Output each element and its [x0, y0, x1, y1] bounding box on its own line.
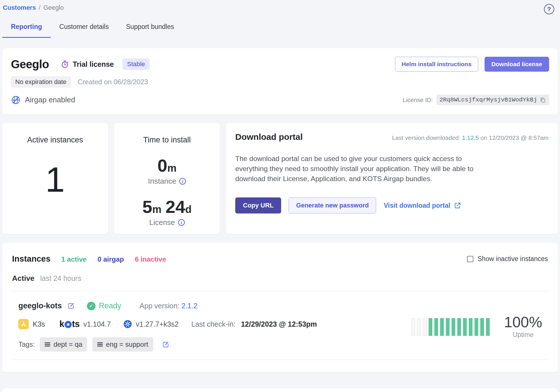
- tag-pill: dept = qa: [40, 337, 87, 352]
- download-license-button[interactable]: Download license: [485, 57, 549, 72]
- tab-reporting[interactable]: Reporting: [2, 23, 51, 38]
- active-count[interactable]: 1 active: [61, 255, 87, 263]
- license-months-unit: m: [152, 203, 162, 215]
- stats-row: Active instances 1 Time to install 0m In…: [2, 123, 558, 234]
- app-version: App version: 2.1.2: [140, 302, 198, 310]
- edit-instance-name-icon[interactable]: [67, 302, 75, 310]
- uptime-bar: [475, 318, 478, 336]
- last-checkin-value: 12/29/2023 @ 12:53pm: [241, 320, 317, 328]
- kubernetes-icon: [123, 320, 132, 328]
- instances-card: Instances 1 active 0 airgap 6 inactive S…: [2, 243, 558, 372]
- license-id-value: 2Rq8WLcsjfxqrMysjvB1WodYkBj: [440, 97, 537, 103]
- active-instances-card: Active instances 1: [2, 123, 108, 234]
- tab-bar: Reporting Customer details Support bundl…: [2, 23, 558, 38]
- visit-download-portal-link[interactable]: Visit download portal: [384, 202, 461, 209]
- tags-label: Tags:: [18, 340, 35, 348]
- license-install-label-row: License i: [114, 218, 220, 227]
- license-install-time: 5m24d: [114, 197, 220, 217]
- active-instances-value: 1: [2, 162, 108, 197]
- last-version-prefix: Last version downloaded:: [392, 134, 462, 141]
- instance-install-label-row: Instance i: [114, 177, 220, 186]
- download-portal-card: Download portal Last version downloaded:…: [226, 123, 558, 234]
- trial-timer-icon: [61, 60, 69, 68]
- page: Customers / Geeglo ? Reporting Customer …: [0, 0, 560, 392]
- uptime-bar: [463, 318, 467, 336]
- topbar: Customers / Geeglo ?: [2, 4, 558, 14]
- inactive-count[interactable]: 6 inactive: [135, 255, 166, 263]
- license-info-icon[interactable]: i: [178, 219, 185, 226]
- tab-customer-details[interactable]: Customer details: [51, 23, 118, 38]
- license-type-label: Trial license: [73, 60, 114, 68]
- instance-install-label: Instance: [148, 177, 176, 186]
- license-type: Trial license: [61, 60, 114, 68]
- kots-logo-k: k: [59, 319, 64, 329]
- help-icon[interactable]: ?: [544, 4, 554, 14]
- last-version-downloaded: Last version downloaded: 1.12.5 on 12/20…: [392, 134, 549, 141]
- license-id-pill: 2Rq8WLcsjfxqrMysjvB1WodYkBj: [436, 95, 549, 105]
- distribution-label: K3s: [33, 320, 45, 328]
- active-instances-title: Active instances: [2, 136, 108, 144]
- instance-row: geeglo-kots ✓ Ready App version: 2.1.2: [12, 295, 548, 352]
- instance-info-icon[interactable]: i: [179, 178, 186, 185]
- kots-logo-ts: ts: [72, 319, 80, 329]
- helm-install-instructions-button[interactable]: Helm install instructions: [395, 57, 478, 72]
- k3s-icon: [18, 319, 29, 329]
- created-date: Created on 06/28/2023: [78, 78, 148, 86]
- license-days-unit: d: [185, 203, 192, 215]
- uptime-chart: [411, 317, 490, 336]
- show-inactive-toggle[interactable]: Show inactive instances: [467, 255, 548, 263]
- license-install-label: License: [149, 218, 175, 227]
- app-version-link[interactable]: 2.1.2: [182, 302, 198, 310]
- uptime-bar: [446, 318, 450, 336]
- uptime-percentage: 100%: [504, 314, 542, 330]
- divider: [12, 291, 548, 291]
- app-version-label: App version:: [140, 302, 182, 310]
- license-id-group: License ID: 2Rq8WLcsjfxqrMysjvB1WodYkBj: [403, 95, 549, 105]
- uptime-bar: [452, 318, 455, 336]
- uptime-label: Uptime: [504, 331, 542, 339]
- instances-title: Instances: [12, 254, 50, 264]
- tag-pill: eng = support: [92, 337, 153, 352]
- breadcrumb-customers-link[interactable]: Customers: [3, 4, 36, 11]
- breadcrumb-separator: /: [39, 4, 40, 11]
- uptime-bar: [423, 318, 427, 336]
- tag-icon: [45, 342, 50, 347]
- instance-install-unit: m: [167, 162, 176, 174]
- download-portal-title: Download portal: [235, 132, 303, 142]
- time-to-install-title: Time to install: [114, 136, 220, 144]
- last-version-link[interactable]: 1.12.5: [462, 134, 479, 141]
- last-checkin: Last check-in: 12/29/2023 @ 12:53pm: [191, 320, 317, 328]
- next-card-top-edge: [2, 388, 558, 392]
- uptime-bar: [434, 318, 438, 336]
- ready-check-icon: ✓: [87, 302, 96, 310]
- breadcrumb: Customers / Geeglo: [3, 4, 64, 11]
- license-months-number: 5: [142, 197, 152, 217]
- channel-badge: Stable: [122, 58, 149, 70]
- show-inactive-checkbox[interactable]: [467, 256, 473, 262]
- uptime-bar: [469, 318, 472, 336]
- uptime-bar: [440, 318, 444, 336]
- airgap-label: Airgap enabled: [25, 95, 75, 104]
- tag-label: eng = support: [106, 340, 148, 348]
- generate-new-password-button[interactable]: Generate new password: [289, 197, 376, 213]
- uptime-bar: [417, 318, 421, 336]
- license-days-number: 24: [166, 197, 185, 217]
- edit-tags-icon[interactable]: [162, 341, 170, 348]
- copy-license-id-icon[interactable]: [540, 97, 546, 103]
- instance-install-time: 0m: [114, 155, 220, 176]
- tab-support-bundles[interactable]: Support bundles: [117, 23, 183, 38]
- instance-status: ✓ Ready: [87, 301, 121, 310]
- breadcrumb-current: Geeglo: [43, 4, 64, 11]
- kots-version: v1.104.7: [83, 320, 111, 328]
- tag-label: dept = qa: [53, 340, 82, 348]
- show-inactive-label: Show inactive instances: [478, 255, 548, 263]
- copy-url-button[interactable]: Copy URL: [235, 197, 281, 213]
- expiration-badge: No expiration date: [11, 76, 71, 88]
- uptime-bar: [429, 318, 432, 336]
- airgap-status: Airgap enabled: [11, 95, 75, 105]
- airgap-count[interactable]: 0 airgap: [98, 255, 124, 263]
- ready-label: Ready: [99, 301, 121, 310]
- active-section-sublabel: last 24 hours: [40, 274, 81, 283]
- instance-name: geeglo-kots: [18, 301, 62, 310]
- customer-summary-card: Geeglo Trial license Stable Helm install…: [2, 48, 558, 114]
